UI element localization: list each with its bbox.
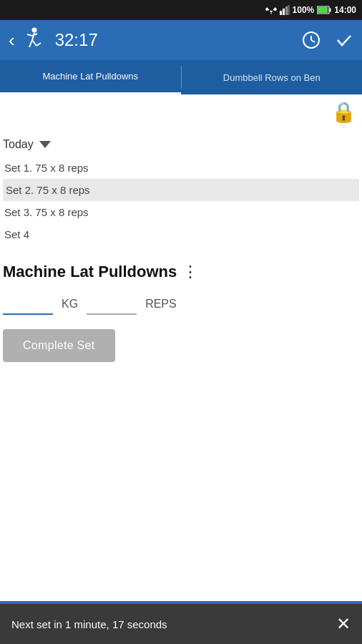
set-row-3: Set 3. 75 x 8 reps: [3, 201, 359, 223]
set-row-2: Set 2. 75 x 8 reps: [3, 179, 359, 201]
tab-dumbbell-rows[interactable]: Dumbbell Rows on Ben: [182, 60, 363, 94]
action-bar: ‹ 32:17: [0, 20, 362, 60]
workout-icon: [24, 27, 45, 53]
lock-area: 🔒: [0, 94, 362, 124]
today-arrow-icon: [39, 141, 51, 148]
main-content: 🔒 Today Set 1. 75 x 8 reps Set 2. 75 x 8…: [0, 94, 362, 362]
next-set-text: Next set in 1 minute, 17 seconds: [11, 618, 167, 630]
svg-rect-0: [280, 11, 282, 15]
svg-point-7: [31, 28, 36, 33]
timer-display: 32:17: [55, 30, 98, 50]
svg-line-9: [27, 34, 32, 36]
set-row-4: Set 4: [3, 223, 359, 245]
action-bar-left: ‹ 32:17: [9, 27, 98, 53]
reps-input[interactable]: [87, 293, 137, 315]
clock-time: 14:00: [334, 5, 356, 15]
action-bar-right: [302, 31, 353, 49]
complete-set-button[interactable]: Complete Set: [3, 329, 115, 362]
svg-rect-5: [330, 9, 331, 12]
svg-line-10: [32, 34, 37, 36]
exercise-title-row: Machine Lat Pulldowns ⋮: [3, 263, 362, 281]
tab-machine-lat-pulldowns[interactable]: Machine Lat Pulldowns: [0, 60, 181, 94]
svg-line-16: [311, 40, 315, 42]
close-icon[interactable]: ✕: [336, 614, 351, 634]
signal-icon: [280, 5, 290, 15]
kg-label: KG: [62, 298, 78, 311]
reps-label: REPS: [145, 298, 177, 311]
lock-icon: 🔒: [331, 100, 356, 124]
exercise-title: Machine Lat Pulldowns: [3, 263, 177, 281]
wifi-icon: [265, 5, 277, 15]
svg-line-8: [32, 33, 34, 40]
clock-icon[interactable]: [302, 31, 321, 49]
back-icon[interactable]: ‹: [9, 29, 15, 52]
svg-rect-3: [288, 5, 290, 15]
status-bar: 100% 14:00: [0, 0, 362, 20]
svg-line-11: [29, 40, 32, 47]
more-options-icon[interactable]: ⋮: [182, 263, 198, 281]
status-icons: 100% 14:00: [265, 5, 356, 15]
set-row-1: Set 1. 75 x 8 reps: [3, 157, 359, 179]
svg-rect-2: [285, 6, 288, 15]
input-row: KG REPS: [3, 293, 359, 315]
battery-icon: [317, 6, 331, 14]
svg-line-12: [32, 40, 36, 46]
svg-rect-1: [283, 9, 285, 15]
svg-line-13: [36, 43, 41, 46]
tab-bar: Machine Lat Pulldowns Dumbbell Rows on B…: [0, 60, 362, 94]
kg-input[interactable]: [3, 293, 53, 315]
svg-rect-6: [318, 7, 328, 13]
today-label: Today: [3, 138, 359, 151]
bottom-bar: Next set in 1 minute, 17 seconds ✕: [0, 604, 362, 644]
battery-percent: 100%: [293, 5, 315, 15]
today-section: Today Set 1. 75 x 8 reps Set 2. 75 x 8 r…: [0, 138, 362, 245]
check-icon[interactable]: [335, 31, 353, 49]
